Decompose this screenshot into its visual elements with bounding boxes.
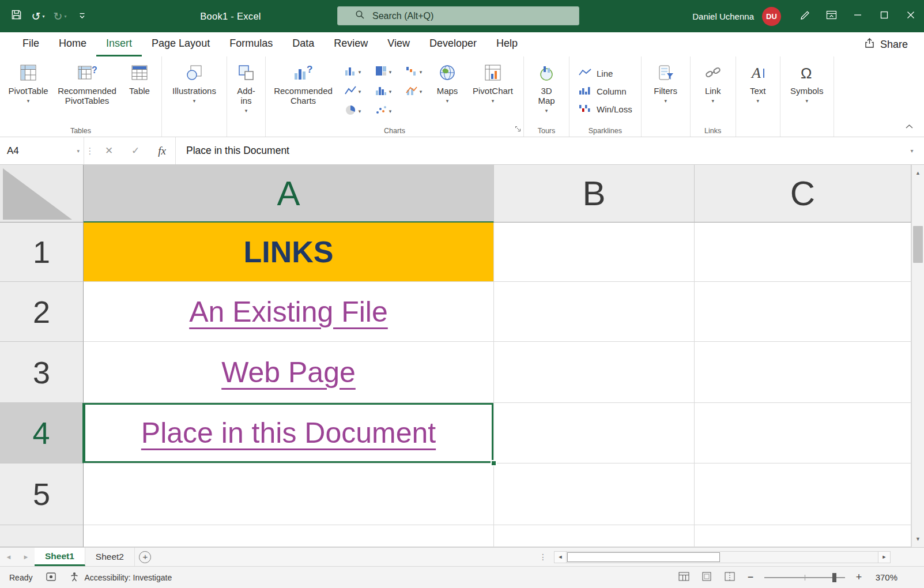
insert-statistic-chart-button[interactable]: ▾ <box>368 82 398 101</box>
row-header-5[interactable]: 5 <box>0 463 84 525</box>
zoom-level[interactable]: 370% <box>871 572 897 582</box>
insert-hierarchy-chart-button[interactable]: ▾ <box>368 62 398 82</box>
insert-pie-chart-button[interactable]: ▾ <box>337 101 368 121</box>
sparkline-column-button[interactable]: Column <box>573 82 638 100</box>
page-layout-view-button[interactable] <box>698 570 715 586</box>
formula-bar-resize-handle[interactable]: ⋮ <box>84 146 96 156</box>
tab-file[interactable]: File <box>13 32 49 56</box>
tab-insert[interactable]: Insert <box>96 32 142 56</box>
sparkline-winloss-button[interactable]: Win/Loss <box>573 100 638 118</box>
pivotchart-button[interactable]: PivotChart ▾ <box>466 59 520 123</box>
column-header-A[interactable]: A <box>84 165 494 223</box>
ribbon-display-options-button[interactable] <box>818 0 844 32</box>
scroll-right-arrow[interactable]: ► <box>878 551 891 563</box>
cell-A1[interactable]: LINKS <box>84 223 494 282</box>
normal-view-button[interactable] <box>675 570 692 586</box>
cell-C5[interactable] <box>695 463 911 525</box>
cell-A2[interactable]: An Existing File <box>84 282 494 342</box>
row-header-2[interactable]: 2 <box>0 282 84 342</box>
cell-A5[interactable] <box>84 463 494 525</box>
table-button[interactable]: Table <box>121 59 158 123</box>
insert-function-button[interactable]: fx <box>149 137 175 164</box>
addins-button[interactable]: Add-ins ▾ <box>231 59 262 123</box>
row-header-4[interactable]: 4 <box>0 403 84 463</box>
cell-B3[interactable] <box>494 342 695 403</box>
zoom-slider-thumb[interactable] <box>832 573 836 582</box>
avatar[interactable]: DU <box>762 7 781 26</box>
collapse-ribbon-button[interactable] <box>834 56 924 137</box>
scroll-up-arrow[interactable]: ▲ <box>912 165 924 181</box>
sheet-nav-left-arrow[interactable]: ◄ <box>0 548 17 566</box>
tab-review[interactable]: Review <box>324 32 378 56</box>
cancel-entry-button[interactable]: ✕ <box>96 137 122 164</box>
accessibility-status[interactable]: Accessibility: Investigate <box>70 572 172 583</box>
tab-page-layout[interactable]: Page Layout <box>142 32 220 56</box>
fill-handle[interactable] <box>491 460 497 466</box>
tab-home[interactable]: Home <box>49 32 96 56</box>
cell-B6[interactable] <box>494 525 695 547</box>
tab-view[interactable]: View <box>378 32 420 56</box>
symbols-button[interactable]: Ω Symbols ▾ <box>784 59 830 123</box>
undo-button[interactable]: ↺▾ <box>28 5 48 28</box>
minimize-button[interactable] <box>844 0 871 32</box>
maximize-button[interactable] <box>871 0 897 32</box>
page-break-preview-button[interactable] <box>721 570 738 586</box>
search-box[interactable]: Search (Alt+Q) <box>337 6 579 25</box>
cell-C3[interactable] <box>695 342 911 403</box>
cell-A4[interactable]: Place in this Document <box>84 403 494 463</box>
vertical-scroll-thumb[interactable] <box>913 226 923 263</box>
save-button[interactable] <box>6 5 27 28</box>
tab-developer[interactable]: Developer <box>420 32 486 56</box>
redo-button[interactable]: ↻▾ <box>50 5 70 28</box>
text-button[interactable]: A Text ▾ <box>740 59 776 123</box>
scroll-down-arrow[interactable]: ▼ <box>912 531 924 547</box>
row-header-3[interactable]: 3 <box>0 342 84 403</box>
cell-B1[interactable] <box>494 223 695 282</box>
tab-help[interactable]: Help <box>486 32 527 56</box>
recommended-pivottables-button[interactable]: ? Recommended PivotTables <box>53 59 121 123</box>
zoom-slider[interactable] <box>764 577 845 578</box>
insert-scatter-chart-button[interactable]: ▾ <box>368 101 398 121</box>
vertical-scroll-track[interactable] <box>912 181 924 531</box>
expand-formula-bar-button[interactable]: ▾ <box>900 137 924 164</box>
select-all-button[interactable] <box>0 165 84 223</box>
column-header-B[interactable]: B <box>494 165 695 223</box>
charts-dialog-launcher[interactable] <box>515 124 521 134</box>
tab-formulas[interactable]: Formulas <box>220 32 282 56</box>
close-button[interactable] <box>897 0 924 32</box>
sheet-nav-right-arrow[interactable]: ► <box>17 548 35 566</box>
3d-map-button[interactable]: 3D Map ▾ <box>527 59 565 123</box>
insert-column-chart-button[interactable]: ▾ <box>337 62 368 82</box>
name-box[interactable]: A4 ▾ <box>0 137 84 164</box>
ink-pen-button[interactable] <box>791 0 818 32</box>
zoom-in-button[interactable]: + <box>853 571 865 583</box>
formula-input[interactable]: Place in this Document <box>175 137 900 164</box>
tab-splitter-handle[interactable]: ⋮ <box>539 552 547 561</box>
cell-B4[interactable] <box>494 403 695 463</box>
horizontal-scroll-track[interactable] <box>567 551 878 563</box>
recommended-charts-button[interactable]: ? Recommended Charts <box>269 59 337 123</box>
sparkline-line-button[interactable]: Line <box>573 65 638 82</box>
column-header-C[interactable]: C <box>695 165 911 223</box>
maps-button[interactable]: Maps ▾ <box>429 59 466 123</box>
user-name[interactable]: Daniel Uchenna <box>692 12 754 21</box>
macro-record-button[interactable] <box>46 572 56 583</box>
cell-C4[interactable] <box>695 403 911 463</box>
zoom-out-button[interactable]: − <box>744 571 757 583</box>
illustrations-button[interactable]: Illustrations ▾ <box>165 59 223 123</box>
filters-button[interactable]: Filters ▾ <box>645 59 687 123</box>
cell-B5[interactable] <box>494 463 695 525</box>
cell-A3[interactable]: Web Page <box>84 342 494 403</box>
tab-data[interactable]: Data <box>282 32 324 56</box>
horizontal-scroll-thumb[interactable] <box>567 552 720 562</box>
cell-B2[interactable] <box>494 282 695 342</box>
share-button[interactable]: Share <box>857 32 915 56</box>
row-header-6[interactable] <box>0 525 84 547</box>
insert-combo-chart-button[interactable]: ▾ <box>398 82 429 101</box>
cell-A6[interactable] <box>84 525 494 547</box>
insert-waterfall-chart-button[interactable]: ▾ <box>398 62 429 82</box>
cell-C1[interactable] <box>695 223 911 282</box>
sheet-tab-sheet1[interactable]: Sheet1 <box>35 548 85 566</box>
cell-C6[interactable] <box>695 525 911 547</box>
pivottable-button[interactable]: PivotTable ▾ <box>3 59 53 123</box>
